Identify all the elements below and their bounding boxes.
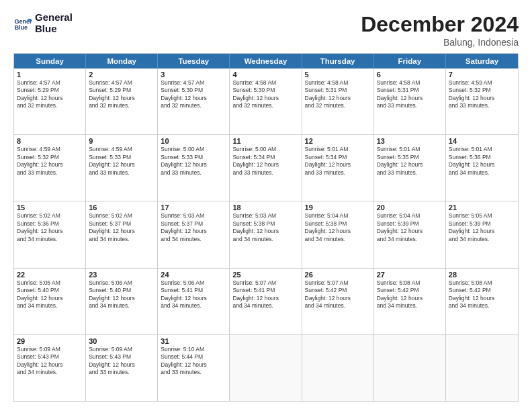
- cal-cell-3-4: 26Sunrise: 5:07 AM Sunset: 5:42 PM Dayli…: [302, 269, 374, 334]
- day-number-4-0: 29: [17, 337, 83, 345]
- cal-cell-3-2: 24Sunrise: 5:06 AM Sunset: 5:41 PM Dayli…: [158, 269, 230, 334]
- header-tuesday: Tuesday: [158, 54, 230, 68]
- logo: General Blue General Blue: [13, 12, 73, 34]
- day-number-1-3: 11: [232, 137, 298, 145]
- header-friday: Friday: [374, 54, 446, 68]
- cal-cell-0-5: 6Sunrise: 4:58 AM Sunset: 5:31 PM Daylig…: [374, 68, 446, 134]
- week-row-3: 22Sunrise: 5:05 AM Sunset: 5:40 PM Dayli…: [14, 268, 518, 334]
- week-row-4: 29Sunrise: 5:09 AM Sunset: 5:43 PM Dayli…: [14, 334, 518, 401]
- cal-cell-3-5: 27Sunrise: 5:08 AM Sunset: 5:42 PM Dayli…: [374, 269, 446, 334]
- day-detail-1-1: Sunrise: 4:59 AM Sunset: 5:33 PM Dayligh…: [89, 146, 154, 177]
- day-number-0-1: 2: [89, 71, 154, 79]
- location: Balung, Indonesia: [361, 37, 519, 48]
- day-detail-0-2: Sunrise: 4:57 AM Sunset: 5:30 PM Dayligh…: [161, 79, 226, 110]
- day-number-3-0: 22: [17, 271, 83, 279]
- day-detail-0-1: Sunrise: 4:57 AM Sunset: 5:29 PM Dayligh…: [89, 79, 154, 110]
- day-number-1-4: 12: [305, 137, 371, 145]
- cal-cell-4-5: [374, 335, 446, 401]
- day-detail-2-0: Sunrise: 5:02 AM Sunset: 5:36 PM Dayligh…: [17, 212, 83, 243]
- day-number-0-0: 1: [17, 71, 83, 79]
- day-number-2-6: 21: [449, 203, 515, 212]
- cal-cell-0-1: 2Sunrise: 4:57 AM Sunset: 5:29 PM Daylig…: [86, 68, 158, 134]
- day-detail-0-4: Sunrise: 4:58 AM Sunset: 5:31 PM Dayligh…: [305, 79, 371, 110]
- calendar-body: 1Sunrise: 4:57 AM Sunset: 5:29 PM Daylig…: [14, 68, 518, 401]
- header-wednesday: Wednesday: [230, 54, 302, 68]
- calendar-header: Sunday Monday Tuesday Wednesday Thursday…: [14, 54, 518, 68]
- header-sunday: Sunday: [14, 54, 86, 68]
- day-number-1-6: 14: [449, 137, 515, 145]
- cal-cell-4-0: 29Sunrise: 5:09 AM Sunset: 5:43 PM Dayli…: [14, 335, 86, 401]
- day-detail-2-6: Sunrise: 5:05 AM Sunset: 5:39 PM Dayligh…: [449, 212, 515, 243]
- cal-cell-2-6: 21Sunrise: 5:05 AM Sunset: 5:39 PM Dayli…: [446, 201, 518, 267]
- day-detail-1-3: Sunrise: 5:00 AM Sunset: 5:34 PM Dayligh…: [232, 146, 298, 177]
- header-monday: Monday: [86, 54, 158, 68]
- header: General Blue General Blue December 2024 …: [13, 12, 519, 48]
- logo-text: General Blue: [35, 12, 73, 34]
- day-detail-3-6: Sunrise: 5:08 AM Sunset: 5:42 PM Dayligh…: [449, 279, 515, 310]
- day-number-3-5: 27: [377, 271, 443, 279]
- cal-cell-2-1: 16Sunrise: 5:02 AM Sunset: 5:37 PM Dayli…: [86, 201, 158, 267]
- day-detail-0-0: Sunrise: 4:57 AM Sunset: 5:29 PM Dayligh…: [17, 79, 83, 110]
- cal-cell-2-3: 18Sunrise: 5:03 AM Sunset: 5:38 PM Dayli…: [230, 201, 302, 267]
- day-detail-0-6: Sunrise: 4:59 AM Sunset: 5:32 PM Dayligh…: [449, 79, 515, 110]
- day-number-3-6: 28: [449, 271, 515, 279]
- svg-text:Blue: Blue: [14, 24, 28, 31]
- day-number-1-5: 13: [377, 137, 443, 145]
- day-number-3-3: 25: [232, 271, 298, 279]
- cal-cell-0-6: 7Sunrise: 4:59 AM Sunset: 5:32 PM Daylig…: [446, 68, 518, 134]
- cal-cell-4-1: 30Sunrise: 5:09 AM Sunset: 5:43 PM Dayli…: [86, 335, 158, 401]
- day-number-1-1: 9: [89, 137, 154, 145]
- cal-cell-1-2: 10Sunrise: 5:00 AM Sunset: 5:33 PM Dayli…: [158, 135, 230, 201]
- cal-cell-4-4: [302, 335, 374, 401]
- day-number-2-4: 19: [305, 203, 371, 212]
- cal-cell-1-6: 14Sunrise: 5:01 AM Sunset: 5:36 PM Dayli…: [446, 135, 518, 201]
- week-row-0: 1Sunrise: 4:57 AM Sunset: 5:29 PM Daylig…: [14, 68, 518, 134]
- cal-cell-1-3: 11Sunrise: 5:00 AM Sunset: 5:34 PM Dayli…: [230, 135, 302, 201]
- day-number-1-2: 10: [161, 137, 226, 145]
- day-number-0-4: 5: [305, 71, 371, 79]
- day-number-1-0: 8: [17, 137, 83, 145]
- day-number-0-5: 6: [377, 71, 443, 79]
- day-detail-1-6: Sunrise: 5:01 AM Sunset: 5:36 PM Dayligh…: [449, 146, 515, 177]
- cal-cell-0-0: 1Sunrise: 4:57 AM Sunset: 5:29 PM Daylig…: [14, 68, 86, 134]
- day-number-0-2: 3: [161, 71, 226, 79]
- day-detail-2-1: Sunrise: 5:02 AM Sunset: 5:37 PM Dayligh…: [89, 212, 154, 243]
- logo-icon: General Blue: [13, 14, 32, 33]
- day-detail-0-5: Sunrise: 4:58 AM Sunset: 5:31 PM Dayligh…: [377, 79, 443, 110]
- day-number-3-2: 24: [161, 271, 226, 279]
- day-detail-2-3: Sunrise: 5:03 AM Sunset: 5:38 PM Dayligh…: [232, 212, 298, 243]
- day-detail-3-1: Sunrise: 5:06 AM Sunset: 5:40 PM Dayligh…: [89, 279, 154, 310]
- header-saturday: Saturday: [446, 54, 518, 68]
- calendar: Sunday Monday Tuesday Wednesday Thursday…: [13, 53, 519, 402]
- day-number-2-0: 15: [17, 203, 83, 212]
- day-detail-4-1: Sunrise: 5:09 AM Sunset: 5:43 PM Dayligh…: [89, 346, 154, 377]
- cal-cell-3-6: 28Sunrise: 5:08 AM Sunset: 5:42 PM Dayli…: [446, 269, 518, 334]
- day-detail-2-2: Sunrise: 5:03 AM Sunset: 5:37 PM Dayligh…: [161, 212, 226, 243]
- day-detail-3-5: Sunrise: 5:08 AM Sunset: 5:42 PM Dayligh…: [377, 279, 443, 310]
- day-detail-1-4: Sunrise: 5:01 AM Sunset: 5:34 PM Dayligh…: [305, 146, 371, 177]
- day-number-2-5: 20: [377, 203, 443, 212]
- day-number-2-3: 18: [232, 203, 298, 212]
- cal-cell-3-0: 22Sunrise: 5:05 AM Sunset: 5:40 PM Dayli…: [14, 269, 86, 334]
- cal-cell-1-5: 13Sunrise: 5:01 AM Sunset: 5:35 PM Dayli…: [374, 135, 446, 201]
- day-detail-3-4: Sunrise: 5:07 AM Sunset: 5:42 PM Dayligh…: [305, 279, 371, 310]
- day-detail-3-3: Sunrise: 5:07 AM Sunset: 5:41 PM Dayligh…: [232, 279, 298, 310]
- day-number-0-6: 7: [449, 71, 515, 79]
- day-number-4-1: 30: [89, 337, 154, 345]
- header-thursday: Thursday: [302, 54, 374, 68]
- week-row-2: 15Sunrise: 5:02 AM Sunset: 5:36 PM Dayli…: [14, 201, 518, 267]
- cal-cell-2-2: 17Sunrise: 5:03 AM Sunset: 5:37 PM Dayli…: [158, 201, 230, 267]
- day-number-3-4: 26: [305, 271, 371, 279]
- day-detail-3-2: Sunrise: 5:06 AM Sunset: 5:41 PM Dayligh…: [161, 279, 226, 310]
- day-number-3-1: 23: [89, 271, 154, 279]
- day-number-0-3: 4: [232, 71, 298, 79]
- cal-cell-4-2: 31Sunrise: 5:10 AM Sunset: 5:44 PM Dayli…: [158, 335, 230, 401]
- day-detail-3-0: Sunrise: 5:05 AM Sunset: 5:40 PM Dayligh…: [17, 279, 83, 310]
- logo-line1: General: [35, 12, 73, 24]
- day-detail-1-5: Sunrise: 5:01 AM Sunset: 5:35 PM Dayligh…: [377, 146, 443, 177]
- cal-cell-1-1: 9Sunrise: 4:59 AM Sunset: 5:33 PM Daylig…: [86, 135, 158, 201]
- cal-cell-1-4: 12Sunrise: 5:01 AM Sunset: 5:34 PM Dayli…: [302, 135, 374, 201]
- cal-cell-0-4: 5Sunrise: 4:58 AM Sunset: 5:31 PM Daylig…: [302, 68, 374, 134]
- week-row-1: 8Sunrise: 4:59 AM Sunset: 5:32 PM Daylig…: [14, 134, 518, 201]
- day-number-2-2: 17: [161, 203, 226, 212]
